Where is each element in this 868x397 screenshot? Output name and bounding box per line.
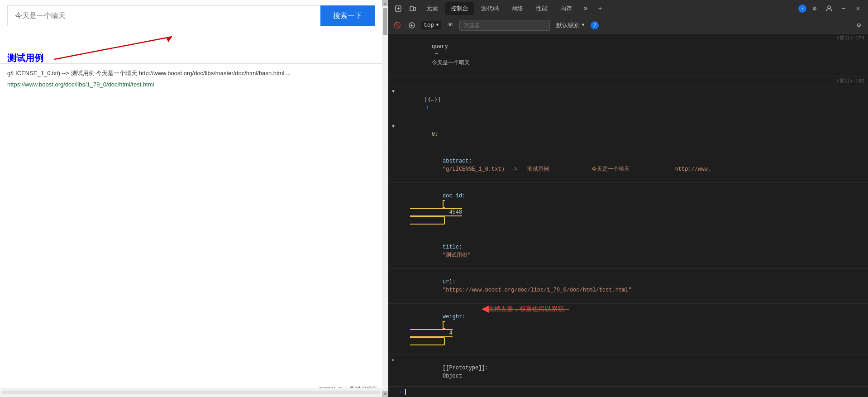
result-title-link[interactable]: 测试用例	[7, 52, 375, 64]
console-settings-btn[interactable]: ⚙	[854, 20, 864, 31]
tab-memory[interactable]: 内存	[555, 2, 577, 15]
scrollbar-thumb[interactable]	[383, 8, 387, 35]
user-icon[interactable]	[823, 2, 835, 15]
console-line: (索引):182	[388, 77, 868, 86]
console-prop-url: url: "https://www.boost.org/doc/libs/1_7…	[388, 269, 868, 304]
scrollbar-up-btn[interactable]: ▲	[382, 0, 388, 6]
warning-count-badge: 7	[591, 21, 599, 29]
more-tabs-btn[interactable]: »	[579, 2, 592, 15]
search-button[interactable]: 搜索一下	[320, 5, 375, 26]
annotation-text: 文档去重，权重也得以累积	[488, 305, 564, 314]
filter-input[interactable]	[459, 20, 550, 31]
svg-rect-4	[414, 7, 415, 10]
error-count: 7	[798, 5, 806, 13]
console-proto-obj: ▶ [[Prototype]]: Object	[388, 355, 868, 386]
console-toolbar: 🚫 top ▼ 👁 默认级别 ▼ 7 ⚙	[388, 17, 868, 33]
device-icon[interactable]	[406, 2, 419, 15]
tab-performance[interactable]: 性能	[530, 2, 553, 15]
svg-marker-1	[167, 37, 172, 42]
tab-console[interactable]: 控制台	[445, 2, 474, 15]
horizontal-scrollbar[interactable]	[0, 388, 382, 397]
console-line-obj: ▼ 0:	[388, 121, 868, 148]
divider	[0, 63, 382, 63]
eye-icon[interactable]: 👁	[445, 20, 456, 31]
more-options-btn[interactable]: ⋯	[837, 2, 850, 15]
result-abstract: g/LICENSE_1_0.txt) --> 测试用例 今天是一个晴天 http…	[7, 69, 375, 78]
chevron-down-icon: ▼	[582, 23, 584, 28]
console-line: query = 今天是一个晴天 (索引):174	[388, 33, 868, 77]
add-tab-btn[interactable]: ＋	[594, 2, 606, 15]
top-context-selector[interactable]: top ▼	[421, 21, 441, 29]
line-ref[interactable]: (索引):174	[829, 34, 864, 42]
console-cursor	[405, 389, 406, 395]
scrollbar-track	[2, 391, 380, 394]
expand-icon[interactable]: ▼	[392, 88, 395, 95]
error-badge: 7	[798, 5, 806, 13]
clear-console-btn[interactable]: 🚫	[392, 20, 403, 31]
svg-rect-3	[410, 6, 413, 11]
close-devtools-btn[interactable]: ✕	[852, 2, 864, 15]
devtools-panel: 元素 控制台 源代码 网络 性能 内存 » ＋ 7	[388, 0, 868, 397]
scrollbar-down-btn[interactable]: ▼	[382, 391, 388, 397]
chevron-down-icon: ▼	[436, 23, 439, 28]
expand-icon[interactable]: ▶	[392, 357, 395, 364]
console-prop-docid: doc_id: 4548	[388, 183, 868, 234]
content-area: 测试用例 g/LICENSE_1_0.txt) --> 测试用例 今天是一个晴天…	[0, 32, 382, 97]
left-vertical-scrollbar[interactable]: ▲ ▼	[382, 0, 388, 397]
search-input[interactable]	[7, 5, 320, 26]
log-level-selector[interactable]: 默认级别 ▼	[553, 20, 587, 30]
svg-point-5	[828, 6, 830, 9]
tab-network[interactable]: 网络	[506, 2, 529, 15]
expand-icon[interactable]: ▼	[392, 123, 395, 130]
filter-toggle-btn[interactable]	[406, 20, 417, 31]
settings-icon[interactable]: ⚙	[808, 2, 821, 15]
console-output: query = 今天是一个晴天 (索引):174 (索引):182 ▼ [{…}…	[388, 33, 868, 386]
console-line-array: ▼ [{…}] ℹ	[388, 86, 868, 121]
inspect-icon[interactable]	[392, 2, 405, 15]
console-input-line: ›	[388, 386, 868, 397]
console-prop-title: title: "测试用例"	[388, 234, 868, 269]
tab-elements[interactable]: 元素	[421, 2, 444, 15]
console-prop-abstract: abstract: "g/LICENSE_1_0.txt) --> 测试用例 今…	[388, 148, 868, 183]
tab-sources[interactable]: 源代码	[476, 2, 504, 15]
result-url-link[interactable]: https://www.boost.org/doc/libs/1_79_0/do…	[7, 81, 154, 88]
devtools-toolbar: 元素 控制台 源代码 网络 性能 内存 » ＋ 7	[388, 0, 868, 17]
search-bar: 搜索一下	[0, 0, 382, 32]
line-ref[interactable]: (索引):182	[829, 77, 864, 85]
console-prop-weight: weight: 4 文档去重，权重也得以累积	[388, 304, 868, 355]
